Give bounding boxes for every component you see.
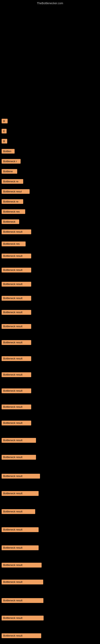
bottleneck-result-label: Bottleneck result <box>1 268 31 272</box>
bottleneck-result-label: Bottleneck result <box>1 340 31 345</box>
bottleneck-result-label: Bottlene <box>1 169 17 174</box>
bottleneck-result-label: Bottleneck result <box>1 230 31 234</box>
bottleneck-result-label: Bottleneck result <box>1 491 39 496</box>
bottleneck-result-label: Bottleneck result <box>1 404 31 409</box>
bottleneck-result-label: E <box>1 129 7 134</box>
bottleneck-result-label: Bottleneck re <box>1 199 23 204</box>
bottleneck-result-label: Bottleneck result <box>1 324 31 329</box>
bottleneck-result-label: Bottleneck result <box>1 282 31 286</box>
bottleneck-result-label: Bottleneck result <box>1 474 40 478</box>
bottleneck-result-label: Bottleneck res <box>1 209 25 214</box>
bottleneck-result-label: Bottleneck result <box>1 372 31 377</box>
site-title: TheBottlenecker.com <box>37 2 63 5</box>
bottleneck-result-label: Bottleneck result <box>1 633 41 638</box>
bottleneck-result-label: Bottleneck resul <box>1 189 30 194</box>
bottleneck-result-label: Bottleneck result <box>1 438 36 443</box>
bottleneck-result-label: Bottleneck result <box>1 509 35 514</box>
bottleneck-result-label: Bottleneck result <box>1 546 39 550</box>
bottleneck-result-label: Bottleneck result <box>1 356 31 361</box>
bottleneck-result-label: Bottleneck result <box>1 527 39 532</box>
bottleneck-result-label: Bottleneck result <box>1 563 42 568</box>
bottleneck-result-label: Bottleneck result <box>1 420 31 426</box>
bottleneck-result-label: B <box>1 119 8 123</box>
bottleneck-result-label: Bottleneck result <box>1 296 31 301</box>
bottleneck-result-label: Bottleneck result <box>1 598 43 603</box>
bottleneck-result-label: Bottleneck result <box>1 254 31 258</box>
bottleneck-result-label: Bottlen <box>1 149 15 154</box>
bottleneck-result-label: Bottleneck result <box>1 580 43 584</box>
bottleneck-result-label: Bottleneck r <box>1 159 21 164</box>
bottleneck-result-label: Bottleneck re <box>1 179 23 184</box>
bottleneck-result-label: Bottleneck result <box>1 616 44 620</box>
bottleneck-result-label: Bottleneck result <box>1 310 31 315</box>
bottleneck-result-label: Bottleneck <box>1 219 19 224</box>
bottleneck-result-label: B <box>1 139 7 144</box>
bottleneck-result-label: Bottleneck res <box>1 242 26 246</box>
bottleneck-result-label: Bottleneck result <box>1 388 31 393</box>
bottleneck-result-label: Bottleneck result <box>1 455 36 460</box>
